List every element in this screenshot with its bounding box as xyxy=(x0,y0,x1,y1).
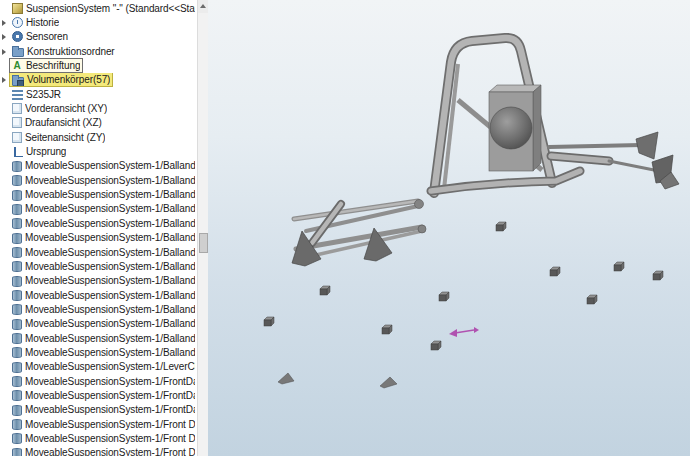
tree-item-solid-body[interactable]: MoveableSuspensionSystem-1/BallandSocket… xyxy=(0,302,197,316)
scrollbar-thumb[interactable] xyxy=(199,233,208,253)
tree-item-content[interactable]: MoveableSuspensionSystem-1/FrontDampfer1… xyxy=(10,403,197,416)
tree-item-content[interactable]: MoveableSuspensionSystem-1/Front Dampfer… xyxy=(10,446,197,456)
tree-item-solid-body[interactable]: MoveableSuspensionSystem-1/BallandSocket… xyxy=(0,345,197,359)
tree-item-content[interactable]: Sensoren xyxy=(10,30,70,43)
tree-item-solid-body[interactable]: MoveableSuspensionSystem-1/BallandSocket… xyxy=(0,173,197,187)
expander-spacer xyxy=(0,130,10,144)
tree-item-vorderansicht[interactable]: Vorderansicht (XY) xyxy=(0,101,197,115)
tree-item-solid-body[interactable]: MoveableSuspensionSystem-1/FrontDampfer1… xyxy=(0,388,197,402)
rollcage-bottom-bar[interactable] xyxy=(431,171,580,191)
tree-item-content[interactable]: MoveableSuspensionSystem-1/BallandSocket… xyxy=(10,303,197,316)
tree-item-solid-body[interactable]: MoveableSuspensionSystem-1/BallandSocket… xyxy=(0,231,197,245)
tree-item-solid-body[interactable]: MoveableSuspensionSystem-1/Front Dampfer… xyxy=(0,417,197,431)
tree-item-solid-body[interactable]: MoveableSuspensionSystem-1/BallandSocket… xyxy=(0,317,197,331)
tree-item-content[interactable]: MoveableSuspensionSystem-1/FrontDampfer1… xyxy=(10,389,197,402)
tree-item-solid-body[interactable]: MoveableSuspensionSystem-1/Front Dampfer… xyxy=(0,446,197,456)
solidworks-window: SuspensionSystem "-" (Standard<<Standard… xyxy=(0,0,690,456)
tree-item-content[interactable]: Vorderansicht (XY) xyxy=(10,102,109,115)
tree-item-content[interactable]: MoveableSuspensionSystem-1/LeverCFD-2-so… xyxy=(10,360,197,373)
tree-item-label: Vorderansicht (XY) xyxy=(25,103,107,114)
tree-item-historie[interactable]: Historie xyxy=(0,15,197,29)
tree-item-content[interactable]: MoveableSuspensionSystem-1/Front Dampfer… xyxy=(10,432,197,445)
tree-item-content[interactable]: SuspensionSystem "-" (Standard<<Standard… xyxy=(10,2,197,15)
tree-item-content[interactable]: MoveableSuspensionSystem-1/BallandSocket… xyxy=(10,231,197,244)
expander-chevron-icon[interactable] xyxy=(0,30,10,44)
solid-body-icon xyxy=(12,161,22,172)
tree-item-label: MoveableSuspensionSystem-1/Front Dampfer… xyxy=(25,433,195,444)
tree-item-root[interactable]: SuspensionSystem "-" (Standard<<Standard… xyxy=(0,1,197,15)
tree-item-content[interactable]: MoveableSuspensionSystem-1/FrontDampfer1… xyxy=(10,375,197,388)
tree-item-content[interactable]: MoveableSuspensionSystem-1/BallandSocket… xyxy=(10,159,197,172)
tree-item-content[interactable]: MoveableSuspensionSystem-1/BallandSocket… xyxy=(10,188,197,201)
tree-item-solid-body[interactable]: MoveableSuspensionSystem-1/BallandSocket… xyxy=(0,274,197,288)
tree-item-content[interactable]: MoveableSuspensionSystem-1/BallandSocket… xyxy=(10,217,197,230)
tree-item-content[interactable]: MoveableSuspensionSystem-1/BallandSocket… xyxy=(10,260,197,273)
feature-tree[interactable]: SuspensionSystem "-" (Standard<<Standard… xyxy=(0,0,197,456)
tree-item-content[interactable]: Draufansicht (XZ) xyxy=(10,116,104,129)
tree-item-solid-body[interactable]: MoveableSuspensionSystem-1/FrontDampfer1… xyxy=(0,374,197,388)
left-suspension-assembly[interactable] xyxy=(292,200,426,267)
engine-box-body[interactable] xyxy=(489,85,541,171)
tree-item-beschriftung[interactable]: Beschriftung xyxy=(0,58,197,72)
tree-item-content[interactable]: MoveableSuspensionSystem-1/BallandSocket… xyxy=(10,274,197,287)
tree-item-solid-body[interactable]: MoveableSuspensionSystem-1/FrontDampfer1… xyxy=(0,403,197,417)
expander-spacer xyxy=(0,87,10,101)
expander-chevron-icon[interactable] xyxy=(0,16,10,30)
tree-item-content[interactable]: MoveableSuspensionSystem-1/BallandSocket… xyxy=(10,202,197,215)
tree-item-content[interactable]: Historie xyxy=(10,16,61,29)
tree-item-label: MoveableSuspensionSystem-1/Front Dampfer… xyxy=(25,419,195,430)
tree-item-content[interactable]: MoveableSuspensionSystem-1/BallandSocket… xyxy=(10,174,197,187)
tree-item-solid-body[interactable]: MoveableSuspensionSystem-1/BallandSocket… xyxy=(0,159,197,173)
tree-item-content[interactable]: Konstruktionsordner xyxy=(10,45,117,58)
tree-item-label: MoveableSuspensionSystem-1/FrontDampfer1… xyxy=(25,390,195,401)
solid-body-icon xyxy=(12,261,22,272)
tree-scrollbar[interactable] xyxy=(197,0,208,456)
tree-item-sensoren[interactable]: Sensoren xyxy=(0,30,197,44)
tree-item-solid-body[interactable]: MoveableSuspensionSystem-1/BallandSocket… xyxy=(0,288,197,302)
tree-item-label: S235JR xyxy=(26,89,61,100)
tree-item-solid-body[interactable]: MoveableSuspensionSystem-1/BallandSocket… xyxy=(0,216,197,230)
tree-item-content[interactable]: MoveableSuspensionSystem-1/BallandSocket… xyxy=(10,332,197,345)
3d-viewport[interactable] xyxy=(208,0,690,456)
solid-body-icon xyxy=(12,347,22,358)
expander-spacer xyxy=(0,446,10,456)
solid-body-icon xyxy=(12,376,22,387)
expander-spacer xyxy=(0,159,10,173)
tree-item-content[interactable]: Ursprung xyxy=(10,145,68,158)
tree-item-konstruktionsordner[interactable]: Konstruktionsordner xyxy=(0,44,197,58)
tree-item-solid-body[interactable]: MoveableSuspensionSystem-1/BallandSocket… xyxy=(0,245,197,259)
tree-item-content[interactable]: MoveableSuspensionSystem-1/BallandSocket… xyxy=(10,317,197,330)
solid-body-icon xyxy=(12,233,22,244)
scattered-mount-cubes[interactable] xyxy=(264,222,663,388)
tree-item-solid-body[interactable]: MoveableSuspensionSystem-1/Front Dampfer… xyxy=(0,431,197,445)
tree-item-ursprung[interactable]: Ursprung xyxy=(0,144,197,158)
tree-item-content[interactable]: Beschriftung xyxy=(10,59,82,72)
tree-item-content[interactable]: MoveableSuspensionSystem-1/Front Dampfer… xyxy=(10,418,197,431)
expander-spacer xyxy=(0,388,10,402)
solid-body-icon xyxy=(12,204,22,215)
tree-item-draufansicht[interactable]: Draufansicht (XZ) xyxy=(0,116,197,130)
tree-item-content[interactable]: Seitenansicht (ZY) xyxy=(10,131,107,144)
tree-item-content[interactable]: S235JR xyxy=(10,88,63,101)
expander-chevron-icon[interactable] xyxy=(0,73,10,87)
tree-item-solid-body[interactable]: MoveableSuspensionSystem-1/BallandSocket… xyxy=(0,259,197,273)
tree-item-content[interactable]: Volumenkörper(57) xyxy=(10,73,112,86)
tree-item-solid-body[interactable]: MoveableSuspensionSystem-1/BallandSocket… xyxy=(0,331,197,345)
expander-spacer xyxy=(0,188,10,202)
tree-item-material[interactable]: S235JR xyxy=(0,87,197,101)
tree-item-solid-body[interactable]: MoveableSuspensionSystem-1/LeverCFD-2-so… xyxy=(0,360,197,374)
expander-spacer xyxy=(0,202,10,216)
solid-body-icon xyxy=(12,448,22,456)
expander-chevron-icon[interactable] xyxy=(0,44,10,58)
tree-item-content[interactable]: MoveableSuspensionSystem-1/BallandSocket… xyxy=(10,346,197,359)
tree-item-content[interactable]: MoveableSuspensionSystem-1/BallandSocket… xyxy=(10,246,197,259)
ball-joint-sphere[interactable] xyxy=(490,107,532,149)
tree-item-label: MoveableSuspensionSystem-1/BallandSocket… xyxy=(25,261,195,272)
tree-item-volumenkoerper[interactable]: Volumenkörper(57) xyxy=(0,73,197,87)
manipulator-arrow-icon[interactable] xyxy=(449,327,479,337)
tree-item-label: MoveableSuspensionSystem-1/BallandSocket… xyxy=(25,247,195,258)
tree-item-seitenansicht[interactable]: Seitenansicht (ZY) xyxy=(0,130,197,144)
tree-item-solid-body[interactable]: MoveableSuspensionSystem-1/BallandSocket… xyxy=(0,202,197,216)
tree-item-solid-body[interactable]: MoveableSuspensionSystem-1/BallandSocket… xyxy=(0,187,197,201)
tree-item-content[interactable]: MoveableSuspensionSystem-1/BallandSocket… xyxy=(10,289,197,302)
